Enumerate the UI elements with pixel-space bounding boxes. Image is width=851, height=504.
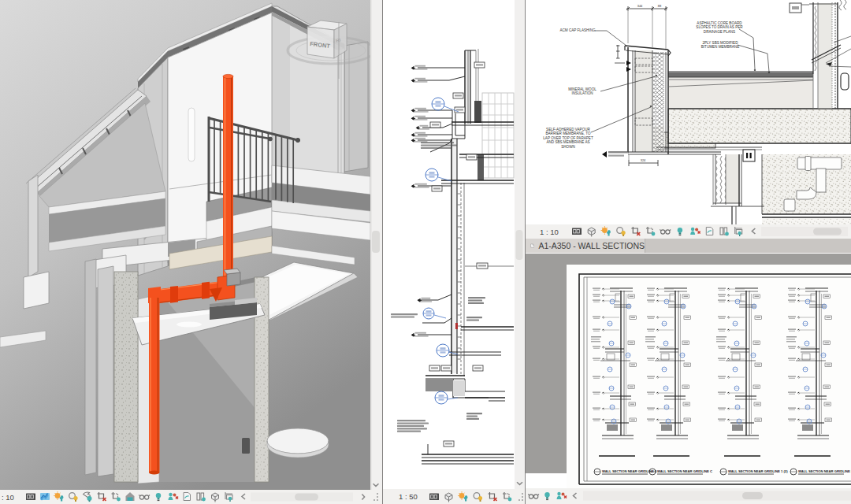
svg-text:WALL SECTION NEAR GRIDLINE 1 (: WALL SECTION NEAR GRIDLINE 1 (2) — [728, 469, 788, 473]
svg-text:BITUMEN MEMBRANE: BITUMEN MEMBRANE — [701, 45, 740, 49]
svg-text:AND SBS MEMBRANE AS: AND SBS MEMBRANE AS — [546, 140, 589, 144]
svg-text:WALL SECTION NEAR GRIDLINE C: WALL SECTION NEAR GRIDLINE C — [657, 469, 712, 473]
svg-text:324: 324 — [641, 158, 646, 162]
svg-text:SLOPES TO DRAIN AS PER: SLOPES TO DRAIN AS PER — [696, 25, 743, 29]
svg-text:SHOWN: SHOWN — [561, 145, 575, 149]
svg-text:DRAINAGE PLANS: DRAINAGE PLANS — [704, 30, 735, 34]
svg-text:2PLY SBS MODIFIED: 2PLY SBS MODIFIED — [702, 41, 738, 45]
svg-text:1 : 10: 1 : 10 — [0, 493, 14, 502]
svg-text:WALL SECTION NEAR GRIDLINE 8: WALL SECTION NEAR GRIDLINE 8 — [798, 469, 851, 473]
svg-text:INSULATION: INSULATION — [571, 91, 593, 95]
svg-text:ACM CAP FLASHING: ACM CAP FLASHING — [559, 28, 596, 32]
svg-text:1 : 50: 1 : 50 — [399, 492, 418, 501]
svg-text:ASPHALTIC CORE BOARD: ASPHALTIC CORE BOARD — [697, 21, 742, 25]
svg-text:1 : 10: 1 : 10 — [540, 228, 559, 236]
svg-text:88: 88 — [658, 4, 662, 8]
svg-text:SELF-ADHERED VAPOUR: SELF-ADHERED VAPOUR — [546, 128, 590, 132]
svg-text:MINERAL WOOL: MINERAL WOOL — [568, 87, 596, 91]
svg-text:BARRIER MEMBRANE, TO: BARRIER MEMBRANE, TO — [545, 132, 590, 135]
svg-text:LAP OVER TOP OF PARAPET: LAP OVER TOP OF PARAPET — [543, 136, 593, 140]
svg-text:WALL SECTION NEAR GRIDLINE 5: WALL SECTION NEAR GRIDLINE 5 — [602, 469, 657, 473]
svg-text:344: 344 — [637, 4, 643, 8]
